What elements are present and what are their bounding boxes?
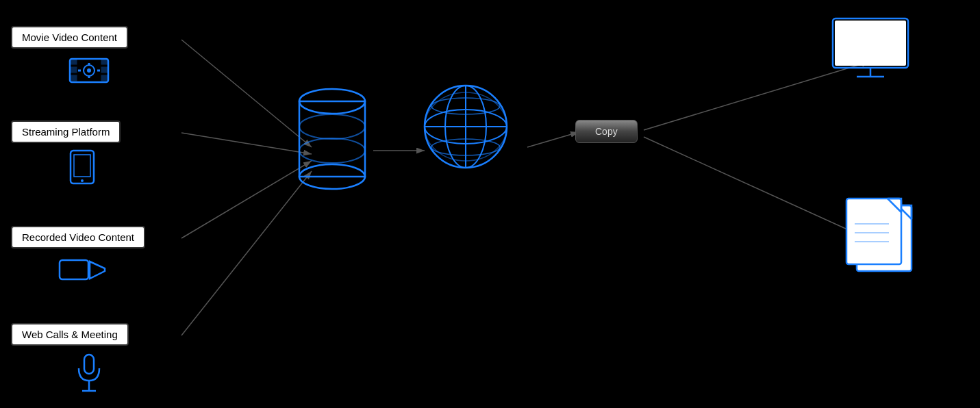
ai-summary-icon: AI Summary [418,79,514,190]
svg-rect-11 [70,67,77,73]
svg-rect-49 [846,199,901,264]
svg-rect-20 [78,70,81,72]
source-box-recorded: Recorded Video Content [11,226,145,248]
svg-point-24 [81,179,84,182]
svg-rect-46 [835,21,906,66]
source-label-webcalls: Web Calls & Meeting [22,329,118,340]
source-label-movie: Movie Video Content [22,31,117,43]
svg-rect-27 [84,355,94,374]
movie-icon [68,53,110,88]
svg-line-1 [181,40,312,147]
data-label: DATA [318,196,345,207]
source-box-streaming: Streaming Platform [11,120,121,143]
svg-line-6 [527,132,579,147]
svg-line-3 [181,161,312,238]
svg-rect-25 [60,260,88,279]
video-output: Video [829,15,912,99]
svg-point-33 [299,114,365,139]
svg-rect-14 [101,67,108,73]
data-cylinder: DATA [294,82,370,207]
svg-rect-18 [88,63,90,66]
svg-rect-15 [101,75,108,81]
svg-rect-23 [74,155,90,177]
source-box-webcalls: Web Calls & Meeting [11,323,129,346]
copy-button[interactable]: Copy [575,120,638,143]
ai-summary-label: AI Summary [436,179,496,190]
svg-line-4 [181,171,312,335]
svg-line-8 [644,137,870,240]
source-label-streaming: Streaming Platform [22,126,110,138]
source-box-movie: Movie Video Content [11,26,128,49]
video-output-label: Video [857,88,883,99]
svg-rect-19 [88,75,90,78]
streaming-icon [68,149,96,187]
svg-marker-26 [90,262,105,279]
copy-button-label: Copy [595,126,618,137]
document-output [840,193,929,275]
svg-point-17 [87,68,91,73]
webcalls-icon [75,353,103,398]
svg-rect-12 [70,75,77,81]
svg-rect-10 [70,59,77,64]
svg-rect-13 [101,59,108,64]
svg-point-34 [299,138,365,163]
svg-rect-21 [97,70,100,72]
recorded-icon [58,255,106,285]
svg-line-2 [181,133,312,154]
source-label-recorded: Recorded Video Content [22,231,134,243]
